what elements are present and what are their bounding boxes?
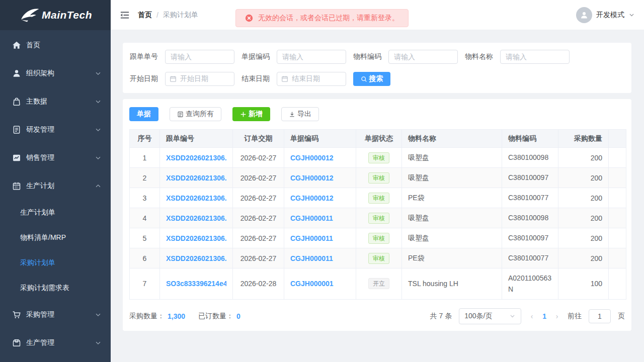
- material-name-cell: 吸塑盘: [402, 228, 502, 248]
- person-icon: [580, 11, 589, 20]
- sidebar-subitem-采购计划需求表[interactable]: 采购计划需求表: [0, 276, 111, 301]
- sidebar-subitem-采购计划单[interactable]: 采购计划单: [0, 250, 111, 276]
- user-name: 开发模式: [596, 11, 624, 20]
- status-cell: 审核: [356, 188, 402, 208]
- material-code-input[interactable]: [388, 50, 458, 64]
- extra-cell: [609, 268, 626, 300]
- sidebar-item-生产管理[interactable]: 生产管理: [0, 329, 111, 357]
- doc-no-link[interactable]: CGJH000012: [290, 154, 350, 162]
- order-no-link[interactable]: XSDD2026021306..: [166, 254, 226, 262]
- sidebar-item-研发管理[interactable]: 研发管理: [0, 116, 111, 144]
- material-name-input[interactable]: [500, 50, 570, 64]
- status-cell: 审核: [356, 168, 402, 188]
- filter-row-2: 开始日期 开始日期 结束日期: [130, 72, 624, 86]
- qty-cell: 100: [558, 268, 609, 300]
- document-icon: [12, 125, 21, 134]
- sidebar-item-组织架构[interactable]: 组织架构: [0, 59, 111, 87]
- calendar-icon: [12, 182, 21, 191]
- delivery-date-cell: 2026-02-27: [233, 248, 284, 268]
- chevron-down-icon: [95, 98, 102, 105]
- doc-code-input[interactable]: [277, 50, 346, 64]
- sidebar-item-label: 销售管理: [26, 153, 95, 162]
- doc-no-link[interactable]: CGJH000012: [290, 174, 350, 182]
- doc-no-link[interactable]: CGJH000001: [290, 280, 350, 288]
- user-icon: [12, 69, 21, 78]
- qty-cell: 200: [558, 188, 609, 208]
- material-name-cell: TSL housing LH: [402, 268, 502, 300]
- filter-panel: 跟单单号 单据编码 物料编码 物料名称: [123, 43, 631, 93]
- breadcrumb-separator: /: [156, 11, 158, 19]
- goto-page-input[interactable]: [589, 309, 611, 323]
- status-cell: 审核: [356, 248, 402, 268]
- order-no-link[interactable]: XSDD2026021306..: [166, 194, 226, 202]
- page-size-select[interactable]: 100条/页: [459, 308, 521, 324]
- doc-button[interactable]: 单据: [129, 107, 158, 121]
- table-row: 5XSDD2026021306..2026-02-27CGJH000011审核吸…: [130, 228, 626, 248]
- chevron-down-icon: [95, 311, 102, 318]
- sidebar-item-生产计划[interactable]: 生产计划: [0, 172, 111, 200]
- sidebar-item-label: 研发管理: [26, 125, 95, 134]
- extra-cell: [609, 228, 626, 248]
- order-no-link[interactable]: XSDD2026021306..: [166, 154, 226, 162]
- filter-label: 物料编码: [353, 52, 384, 61]
- sidebar-fold-icon[interactable]: [120, 10, 130, 20]
- status-badge: 审核: [368, 233, 389, 244]
- doc-no-link[interactable]: CGJH000011: [290, 234, 350, 242]
- order-no-link[interactable]: XSDD2026021306..: [166, 234, 226, 242]
- add-button[interactable]: 新增: [232, 107, 270, 121]
- ordered-qty-value: 0: [236, 312, 240, 320]
- breadcrumb-home[interactable]: 首页: [138, 11, 152, 20]
- main-area: 首页 / 采购计划单 开发模式 无效的会话，或者会话已过期，请重新登录。: [111, 0, 644, 362]
- row-index: 3: [130, 188, 160, 208]
- row-index: 1: [130, 148, 160, 168]
- end-date-picker[interactable]: 结束日期: [277, 72, 346, 86]
- sidebar-subitem-生产计划单[interactable]: 生产计划单: [0, 200, 111, 225]
- doc-no-link[interactable]: CGJH000012: [290, 194, 350, 202]
- prev-page-button[interactable]: ‹: [528, 312, 535, 320]
- doc-no-link[interactable]: CGJH000011: [290, 214, 350, 222]
- filter-field-start-date: 开始日期 开始日期: [130, 72, 234, 86]
- material-code-cell: C380100077: [502, 248, 558, 268]
- sidebar-item-首页[interactable]: 首页: [0, 31, 111, 59]
- status-cell: 审核: [356, 208, 402, 228]
- material-name-cell: PE袋: [402, 188, 502, 208]
- filter-label: 开始日期: [130, 74, 161, 83]
- order-no-cell: SO3c833396214e40: [160, 268, 233, 300]
- current-page[interactable]: 1: [542, 312, 546, 320]
- error-toast: 无效的会话，或者会话已过期，请重新登录。: [235, 9, 409, 27]
- table-panel: 单据 查询所有 新增: [123, 99, 631, 331]
- sidebar-item-主数据[interactable]: 主数据: [0, 87, 111, 116]
- home-icon: [12, 41, 21, 50]
- page-suffix: 页: [618, 312, 625, 321]
- order-no-link[interactable]: SO3c833396214e40: [166, 280, 226, 288]
- next-page-button[interactable]: ›: [553, 312, 560, 320]
- filter-label: 结束日期: [242, 74, 273, 83]
- logo: MainTech: [0, 0, 111, 30]
- row-index: 6: [130, 248, 160, 268]
- query-all-button[interactable]: 查询所有: [170, 107, 221, 121]
- order-no-link[interactable]: XSDD2026021306..: [166, 214, 226, 222]
- order-no-link[interactable]: XSDD2026021306..: [166, 174, 226, 182]
- row-index: 5: [130, 228, 160, 248]
- column-header: 单据编码: [284, 130, 356, 148]
- doc-no-cell: CGJH000001: [284, 268, 356, 300]
- package-icon: [12, 338, 21, 347]
- order-no-cell: XSDD2026021306..: [160, 188, 233, 208]
- user-menu[interactable]: 开发模式: [576, 7, 635, 23]
- material-name-cell: 吸塑盘: [402, 168, 502, 188]
- logo-swoosh-icon: [19, 7, 41, 24]
- chart-icon: [12, 153, 21, 162]
- sidebar-item-采购管理[interactable]: 采购管理: [0, 301, 111, 329]
- sidebar-item-label: 采购管理: [26, 310, 95, 319]
- sidebar-item-销售管理[interactable]: 销售管理: [0, 144, 111, 172]
- order-no-input[interactable]: [165, 50, 234, 64]
- search-button[interactable]: 搜索: [353, 72, 390, 86]
- start-date-picker[interactable]: 开始日期: [165, 72, 234, 86]
- row-index: 2: [130, 168, 160, 188]
- bag-icon: [12, 97, 21, 106]
- export-button[interactable]: 导出: [281, 107, 319, 121]
- material-name-cell: PE袋: [402, 248, 502, 268]
- status-cell: 审核: [356, 148, 402, 168]
- sidebar-subitem-物料清单/MRP[interactable]: 物料清单/MRP: [0, 225, 111, 250]
- doc-no-link[interactable]: CGJH000011: [290, 254, 350, 262]
